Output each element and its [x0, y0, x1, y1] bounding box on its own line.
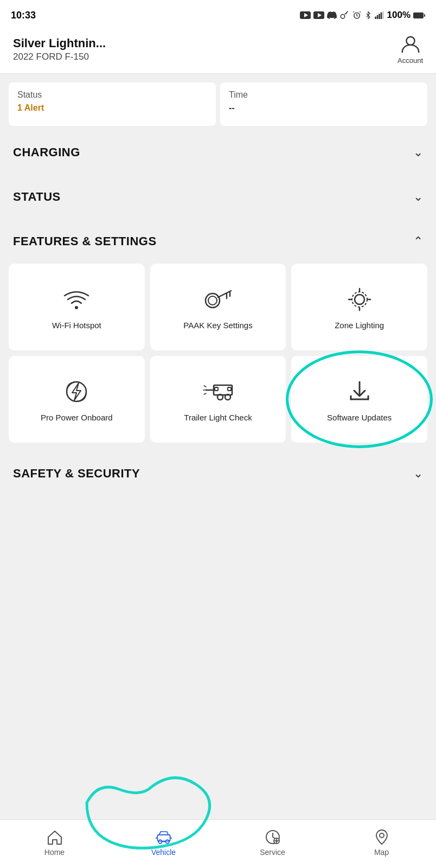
- wifi-icon: [63, 286, 89, 312]
- bottom-navigation: Home Vehicle Ser: [0, 819, 436, 868]
- svg-point-21: [355, 295, 364, 304]
- signal-icon: [375, 11, 384, 19]
- feature-card-pro-power[interactable]: Pro Power Onboard: [9, 356, 145, 443]
- svg-rect-12: [414, 13, 423, 18]
- svg-line-34: [204, 386, 206, 387]
- svg-point-14: [406, 37, 414, 45]
- app-header: Silver Lightnin... 2022 FORD F-150 Accou…: [0, 28, 436, 74]
- status-bar: 10:33 100%: [0, 0, 436, 28]
- svg-point-16: [206, 293, 220, 308]
- status-icons: 100%: [300, 10, 425, 21]
- status-time: 10:33: [11, 10, 36, 21]
- account-label: Account: [397, 56, 423, 65]
- paak-label: PAAK Key Settings: [183, 320, 252, 331]
- feature-card-zone-lighting[interactable]: Zone Lighting: [291, 264, 427, 350]
- features-section-header[interactable]: FEATURES & SETTINGS ⌃: [0, 219, 436, 264]
- svg-rect-10: [382, 11, 384, 19]
- features-chevron-icon: ⌃: [413, 234, 423, 248]
- features-section: FEATURES & SETTINGS ⌃ Wi-Fi Hotspot: [0, 219, 436, 451]
- vehicle-nav-label: Vehicle: [151, 848, 176, 857]
- features-grid: Wi-Fi Hotspot PAAK Key Settings: [0, 264, 436, 451]
- vehicle-icon: [156, 829, 172, 845]
- svg-rect-33: [228, 387, 231, 391]
- bluetooth-icon: [364, 10, 372, 20]
- feature-card-paak[interactable]: PAAK Key Settings: [150, 264, 286, 350]
- time-card-label: Time: [229, 90, 419, 100]
- discord-icon: [327, 10, 337, 20]
- svg-point-27: [67, 382, 86, 401]
- pro-power-label: Pro Power Onboard: [41, 412, 113, 423]
- time-card-value: --: [229, 103, 419, 113]
- service-icon: [265, 829, 281, 845]
- feature-card-trailer-light[interactable]: Trailer Light Check: [150, 356, 286, 443]
- status-chevron-icon: ⌄: [413, 190, 423, 204]
- status-card-label: Status: [17, 90, 207, 100]
- wifi-label: Wi-Fi Hotspot: [52, 320, 101, 331]
- youtube-icon: [300, 11, 311, 19]
- battery-icon: [413, 12, 425, 19]
- nav-item-map[interactable]: Map: [327, 829, 436, 857]
- svg-point-4: [341, 15, 345, 19]
- svg-line-18: [218, 291, 231, 297]
- safety-section-header[interactable]: SAFETY & SECURITY ⌄: [0, 451, 436, 496]
- vehicle-model: 2022 FORD F-150: [13, 52, 106, 62]
- svg-rect-32: [215, 387, 218, 391]
- status-card-value: 1 Alert: [17, 103, 207, 113]
- key-status-icon: [339, 10, 349, 20]
- nav-item-vehicle[interactable]: Vehicle: [109, 829, 218, 857]
- vehicle-info: Silver Lightnin... 2022 FORD F-150: [13, 36, 106, 62]
- download-icon: [348, 379, 371, 405]
- youtube-icon2: [313, 11, 324, 19]
- charging-chevron-icon: ⌄: [413, 145, 423, 159]
- svg-point-15: [75, 306, 78, 309]
- trailer-light-label: Trailer Light Check: [184, 412, 252, 423]
- service-nav-label: Service: [260, 848, 285, 857]
- time-card[interactable]: Time --: [220, 82, 427, 126]
- power-icon: [63, 379, 89, 405]
- status-section-title: STATUS: [13, 190, 61, 204]
- svg-point-51: [380, 833, 384, 838]
- zone-lighting-icon: [347, 286, 373, 312]
- svg-rect-8: [379, 14, 380, 19]
- alarm-icon: [352, 10, 362, 20]
- feature-card-wifi[interactable]: Wi-Fi Hotspot: [9, 264, 145, 350]
- svg-rect-9: [380, 12, 382, 19]
- nav-item-service[interactable]: Service: [218, 829, 327, 857]
- trailer-icon: [203, 379, 233, 405]
- svg-point-17: [208, 296, 217, 305]
- status-section: STATUS ⌄: [0, 175, 436, 219]
- status-section-header[interactable]: STATUS ⌄: [0, 175, 436, 219]
- safety-section: SAFETY & SECURITY ⌄: [0, 451, 436, 496]
- nav-item-home[interactable]: Home: [0, 829, 109, 857]
- safety-chevron-icon: ⌄: [413, 467, 423, 481]
- key-icon: [204, 286, 232, 312]
- svg-rect-13: [424, 14, 425, 17]
- charging-section: CHARGING ⌄: [0, 130, 436, 175]
- map-nav-label: Map: [374, 848, 389, 857]
- charging-section-header[interactable]: CHARGING ⌄: [0, 130, 436, 175]
- info-cards-row: Status 1 Alert Time --: [0, 74, 436, 130]
- software-updates-label: Software Updates: [327, 412, 392, 423]
- vehicle-name: Silver Lightnin...: [13, 36, 106, 50]
- safety-section-title: SAFETY & SECURITY: [13, 467, 140, 481]
- home-nav-label: Home: [44, 848, 65, 857]
- home-icon: [47, 829, 63, 845]
- status-card[interactable]: Status 1 Alert: [9, 82, 216, 126]
- map-icon: [374, 829, 390, 845]
- feature-card-software-updates[interactable]: Software Updates: [291, 356, 427, 443]
- features-section-title: FEATURES & SETTINGS: [13, 234, 157, 248]
- svg-line-36: [204, 393, 206, 394]
- battery-level: 100%: [387, 10, 411, 21]
- charging-section-title: CHARGING: [13, 145, 80, 159]
- account-person-icon: [400, 34, 421, 54]
- zone-lighting-label: Zone Lighting: [335, 320, 384, 331]
- account-button[interactable]: Account: [397, 34, 423, 65]
- svg-rect-7: [376, 15, 378, 19]
- svg-rect-6: [375, 17, 376, 19]
